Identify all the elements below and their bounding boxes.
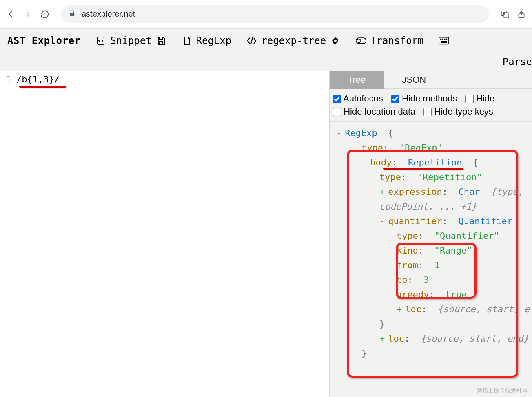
svg-rect-12 [439, 37, 449, 44]
parser-readout: Parse [17, 53, 532, 71]
tab-json[interactable]: JSON [384, 71, 445, 89]
opt-hide-loc[interactable]: Hide location data [333, 106, 415, 117]
document-icon [182, 35, 192, 46]
svg-rect-0 [70, 13, 75, 16]
snippet-menu[interactable]: Snippet [88, 29, 173, 53]
svg-point-14 [443, 39, 443, 40]
svg-point-13 [441, 39, 441, 40]
line-number: 1 [0, 74, 16, 84]
transform-label: Transform [370, 35, 423, 46]
ast-panel: Tree JSON Autofocus Hide methods Hide Hi… [330, 71, 532, 397]
app-toolbar: AST Explorer Snippet RegExp regexp-tree … [0, 29, 532, 53]
svg-rect-17 [441, 41, 447, 42]
keyboard-menu[interactable] [431, 29, 457, 53]
code-editor[interactable]: 1 /b{1,3}/ [0, 71, 330, 397]
url-text: astexplorer.net [82, 9, 135, 19]
sub-toolbar: Parse [0, 53, 532, 71]
language-menu[interactable]: RegExp [174, 29, 239, 53]
toggle-icon [356, 35, 366, 46]
snippet-label: Snippet [110, 35, 151, 46]
browser-chrome: astexplorer.net G [0, 0, 532, 29]
opt-hide-type[interactable]: Hide type keys [423, 106, 493, 117]
code-brackets-icon [246, 35, 257, 46]
opt-hide-methods[interactable]: Hide methods [391, 93, 457, 104]
opt-hide-empty[interactable]: Hide [466, 93, 494, 104]
forward-icon[interactable] [23, 9, 33, 19]
annotation-underline-2 [383, 168, 463, 170]
svg-point-11 [357, 39, 361, 42]
tab-empty [444, 71, 532, 89]
app-title[interactable]: AST Explorer [0, 35, 88, 46]
code-line[interactable]: /b{1,3}/ [16, 74, 60, 84]
ast-tree[interactable]: -RegExp { type: "RegExp" -body: Repetiti… [330, 122, 532, 397]
lock-icon [69, 10, 76, 19]
tree-options: Autofocus Hide methods Hide Hide locatio… [330, 89, 532, 122]
gear-icon[interactable] [330, 35, 341, 46]
svg-rect-6 [160, 37, 163, 40]
svg-point-16 [446, 39, 447, 40]
tab-tree[interactable]: Tree [330, 71, 384, 89]
parser-menu[interactable]: regexp-tree [239, 29, 348, 53]
address-bar[interactable]: astexplorer.net [61, 5, 489, 23]
language-label: RegExp [196, 35, 232, 46]
svg-text:G: G [503, 11, 505, 15]
keyboard-icon [439, 35, 449, 46]
translate-icon[interactable]: G [500, 9, 510, 19]
annotation-underline [19, 86, 66, 88]
watermark: @稀土掘金技术社区 [477, 387, 528, 395]
save-icon[interactable] [156, 35, 166, 46]
opt-autofocus[interactable]: Autofocus [333, 93, 383, 104]
parser-label: regexp-tree [261, 35, 326, 46]
share-icon[interactable] [516, 9, 526, 19]
svg-point-9 [334, 40, 337, 42]
reload-icon[interactable] [40, 9, 50, 19]
svg-rect-7 [160, 42, 163, 44]
code-icon [95, 35, 106, 46]
back-icon[interactable] [6, 9, 16, 19]
svg-point-15 [444, 39, 445, 40]
transform-menu[interactable]: Transform [348, 29, 431, 53]
